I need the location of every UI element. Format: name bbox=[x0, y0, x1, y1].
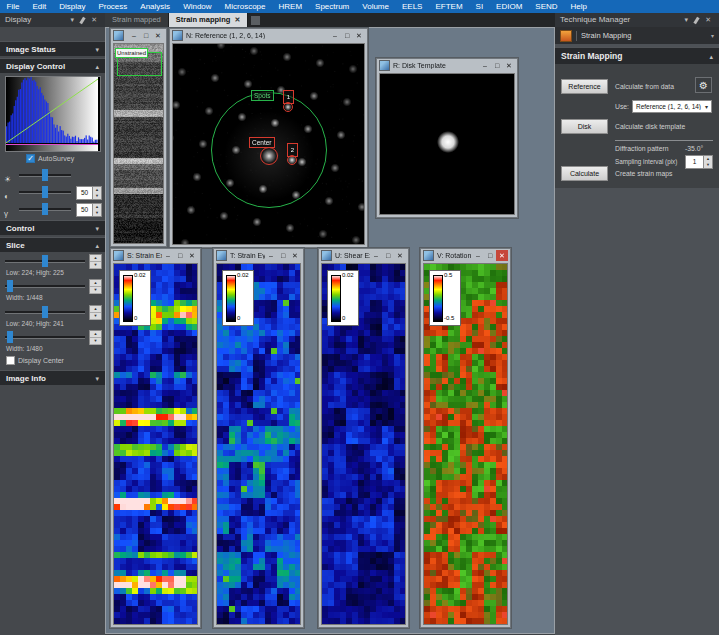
unstrained-roi-label[interactable]: Unstrained bbox=[115, 48, 148, 58]
maximize-button[interactable]: □ bbox=[174, 250, 186, 261]
minimize-button[interactable]: – bbox=[265, 250, 277, 261]
menu-microscope[interactable]: Microscope bbox=[218, 0, 272, 13]
image-status-header[interactable]: Image Status ▾ bbox=[0, 41, 105, 56]
calculate-button[interactable]: Calculate bbox=[561, 166, 608, 181]
minimize-button[interactable]: – bbox=[128, 30, 140, 41]
menu-analysis[interactable]: Analysis bbox=[134, 0, 177, 13]
menu-ediom[interactable]: EDIOM bbox=[490, 0, 529, 13]
menu-volume[interactable]: Volume bbox=[356, 0, 396, 13]
g2-marker-circle[interactable] bbox=[287, 155, 297, 165]
panel-menu-icon[interactable]: ▾ bbox=[682, 13, 692, 27]
menu-eftem[interactable]: EFTEM bbox=[429, 0, 469, 13]
spots-roi-label[interactable]: Spots bbox=[251, 90, 274, 101]
menu-hrem[interactable]: HREM bbox=[272, 0, 309, 13]
reference-titlebar[interactable]: N: Reference (1, 2, 6, 14) – □ ✕ bbox=[170, 29, 367, 42]
technique-selector-bar[interactable]: Strain Mapping ▾ bbox=[555, 27, 719, 44]
minimize-button[interactable]: – bbox=[472, 250, 484, 261]
panel-menu-icon[interactable]: ▾ bbox=[68, 13, 78, 27]
slice-header[interactable]: Slice ▴ bbox=[0, 237, 105, 252]
close-button[interactable]: ✕ bbox=[289, 250, 301, 261]
minimize-button[interactable]: – bbox=[370, 250, 382, 261]
close-button[interactable]: ✕ bbox=[503, 60, 515, 71]
control-header[interactable]: Control ▾ bbox=[0, 220, 105, 235]
menu-window[interactable]: Window bbox=[177, 0, 218, 13]
panel-close-icon[interactable]: ✕ bbox=[702, 13, 714, 27]
g1-marker-circle[interactable] bbox=[283, 102, 293, 112]
center-roi-circle[interactable] bbox=[260, 147, 278, 165]
spin-down-icon[interactable]: ▼ bbox=[90, 287, 101, 294]
reference-image-area[interactable]: Spots Center 1 2 bbox=[172, 43, 365, 245]
menu-send[interactable]: SEND bbox=[529, 0, 564, 13]
maximize-button[interactable]: □ bbox=[277, 250, 289, 261]
slice-spinner[interactable]: ▲▼ bbox=[89, 330, 102, 345]
display-center-checkbox[interactable] bbox=[6, 356, 15, 365]
menu-process[interactable]: Process bbox=[92, 0, 134, 13]
strain-exx-titlebar[interactable]: S: Strain Exx – □ ✕ bbox=[111, 249, 200, 262]
slice-thumb[interactable] bbox=[7, 280, 13, 292]
chevron-down-icon[interactable]: ▾ bbox=[711, 32, 714, 39]
display-panel-titlebar[interactable]: Display ▾ ✕ bbox=[0, 13, 105, 27]
spin-up-icon[interactable]: ▲ bbox=[90, 306, 101, 313]
menu-si[interactable]: SI bbox=[469, 0, 490, 13]
close-button[interactable]: ✕ bbox=[186, 250, 198, 261]
shear-exy-titlebar[interactable]: U: Shear Exy – □ ✕ bbox=[319, 249, 408, 262]
survey-titlebar[interactable]: – □ ✕ bbox=[111, 29, 166, 42]
slice-thumb[interactable] bbox=[42, 306, 48, 318]
gamma-thumb[interactable] bbox=[42, 203, 48, 215]
close-button[interactable]: ✕ bbox=[496, 250, 508, 261]
menu-display[interactable]: Display bbox=[53, 0, 92, 13]
slice-thumb[interactable] bbox=[42, 255, 48, 267]
disk-template-image-area[interactable] bbox=[379, 73, 515, 215]
rotation-titlebar[interactable]: V: Rotation (... – □ ✕ bbox=[421, 249, 510, 262]
auto-survey-checkbox[interactable]: ✓ bbox=[26, 154, 35, 163]
contrast-thumb[interactable] bbox=[42, 186, 48, 198]
menu-eels[interactable]: EELS bbox=[395, 0, 428, 13]
spin-up-icon[interactable]: ▲ bbox=[90, 255, 101, 262]
maximize-button[interactable]: □ bbox=[382, 250, 394, 261]
maximize-button[interactable]: □ bbox=[341, 30, 353, 41]
spin-down-icon[interactable]: ▼ bbox=[704, 162, 712, 168]
strain-exx-image-area[interactable]: 0.02 0 bbox=[113, 263, 198, 625]
slice-thumb[interactable] bbox=[7, 331, 13, 343]
panel-close-icon[interactable]: ✕ bbox=[88, 13, 100, 27]
slice-track[interactable] bbox=[5, 336, 85, 339]
reference-dropdown[interactable]: Reference (1, 2, 6, 14) ▾ bbox=[632, 100, 712, 113]
histogram-display[interactable] bbox=[5, 76, 101, 152]
spin-down-icon[interactable]: ▼ bbox=[90, 338, 101, 345]
menu-help[interactable]: Help bbox=[564, 0, 593, 13]
rotation-image-area[interactable]: 0.5 -0.5 bbox=[423, 263, 508, 625]
reference-button[interactable]: Reference bbox=[561, 79, 608, 94]
sampling-interval-spinner[interactable]: 1 ▲▼ bbox=[685, 155, 713, 169]
disk-template-canvas[interactable] bbox=[380, 74, 515, 215]
spin-down-icon[interactable]: ▼ bbox=[90, 262, 101, 269]
disk-button[interactable]: Disk bbox=[561, 119, 608, 134]
technique-manager-titlebar[interactable]: Technique Manager ▾ ✕ bbox=[555, 13, 719, 27]
menu-edit[interactable]: Edit bbox=[26, 0, 53, 13]
spin-up-icon[interactable]: ▲ bbox=[90, 331, 101, 338]
gear-icon[interactable]: ⚙ bbox=[695, 77, 712, 93]
display-control-header[interactable]: Display Control ▴ bbox=[0, 58, 105, 73]
tab-close-icon[interactable]: ✕ bbox=[234, 13, 240, 27]
slice-spinner[interactable]: ▲▼ bbox=[89, 254, 102, 269]
histogram-canvas[interactable] bbox=[6, 77, 98, 143]
menu-file[interactable]: File bbox=[0, 0, 26, 13]
minimize-button[interactable]: – bbox=[329, 30, 341, 41]
close-button[interactable]: ✕ bbox=[152, 30, 164, 41]
maximize-button[interactable]: □ bbox=[484, 250, 496, 261]
maximize-button[interactable]: □ bbox=[140, 30, 152, 41]
brightness-thumb[interactable] bbox=[42, 169, 48, 181]
sampling-spin-arrows[interactable]: ▲▼ bbox=[703, 156, 712, 168]
maximize-button[interactable]: □ bbox=[491, 60, 503, 71]
pin-icon[interactable] bbox=[79, 16, 85, 24]
spin-up-icon[interactable]: ▲ bbox=[90, 280, 101, 287]
slice-spinner[interactable]: ▲▼ bbox=[89, 279, 102, 294]
strain-eyy-image-area[interactable]: 0.02 0 bbox=[216, 263, 301, 625]
minimize-button[interactable]: – bbox=[162, 250, 174, 261]
strain-eyy-titlebar[interactable]: T: Strain Eyy – □ ✕ bbox=[214, 249, 303, 262]
slice-track[interactable] bbox=[5, 285, 85, 288]
menu-spectrum[interactable]: Spectrum bbox=[309, 0, 356, 13]
survey-image-area[interactable]: Unstrained bbox=[113, 43, 164, 244]
minimize-button[interactable]: – bbox=[479, 60, 491, 71]
spin-down-icon[interactable]: ▼ bbox=[90, 313, 101, 320]
tab-strain-mapped[interactable]: Strain mapped bbox=[105, 13, 169, 27]
